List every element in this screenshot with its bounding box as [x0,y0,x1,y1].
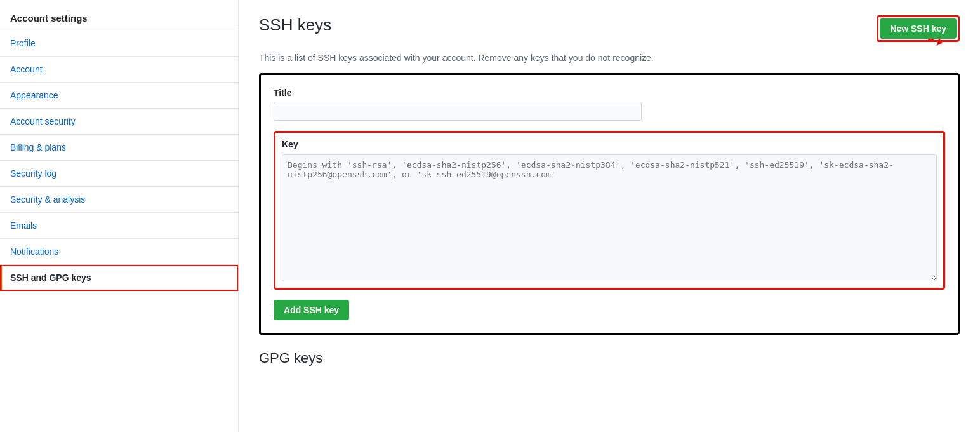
description-text: This is a list of SSH keys associated wi… [259,53,960,63]
sidebar-item-appearance[interactable]: Appearance [0,83,238,109]
sidebar-item-security-log[interactable]: Security log [0,161,238,187]
title-group: Title [274,88,945,121]
sidebar-heading: Account settings [0,6,238,30]
new-ssh-key-wrapper: ➘ New SSH key [877,15,960,42]
ssh-form-box: Title Key Add SSH key [259,73,960,335]
key-label: Key [282,139,937,149]
add-ssh-key-button[interactable]: Add SSH key [274,300,349,320]
sidebar-item-billing-plans[interactable]: Billing & plans [0,135,238,161]
title-label: Title [274,88,945,98]
sidebar-item-account-security[interactable]: Account security [0,109,238,135]
new-ssh-key-button[interactable]: New SSH key [880,18,957,39]
key-textarea[interactable] [282,154,937,281]
sidebar-item-notifications[interactable]: Notifications [0,239,238,265]
sidebar: Account settings ProfileAccountAppearanc… [0,0,239,432]
title-input[interactable] [274,102,642,121]
sidebar-item-profile[interactable]: Profile [0,30,238,57]
sidebar-item-account[interactable]: Account [0,57,238,83]
sidebar-item-emails[interactable]: Emails [0,213,238,239]
page-title: SSH keys [259,15,331,35]
key-group: Key [274,131,945,290]
header-row: SSH keys ➘ New SSH key [259,15,960,45]
gpg-section-title: GPG keys [259,350,960,367]
sidebar-item-security-analysis[interactable]: Security & analysis [0,187,238,213]
sidebar-item-ssh-gpg-keys[interactable]: SSH and GPG keys [0,265,238,291]
new-ssh-key-outline-box: New SSH key [877,15,960,42]
main-content: SSH keys ➘ New SSH key This is a list of… [239,0,980,432]
